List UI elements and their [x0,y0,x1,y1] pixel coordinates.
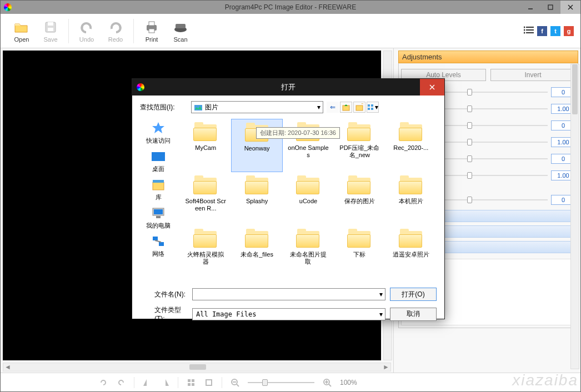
svg-rect-45 [156,216,161,218]
svg-rect-41 [153,182,164,190]
file-item[interactable]: MyCam [180,119,231,172]
sidebar-computer[interactable]: 我的电脑 [140,204,177,232]
app-title: Program4Pc PC Image Editor - FREEWARE [225,3,356,11]
file-item[interactable]: 未命名_files [231,225,282,279]
svg-point-15 [524,27,525,28]
back-button[interactable]: ⇐ [327,102,339,113]
file-item[interactable]: PDF压缩_未命名_new [334,119,385,172]
file-item[interactable]: 保存的图片 [334,172,385,225]
file-item[interactable]: 未命名图片提取 [283,225,334,279]
file-name: Neonway [244,145,270,152]
file-item[interactable]: uCode [283,172,334,225]
dialog-open-button[interactable]: 打开(O) [390,288,437,301]
file-item[interactable]: 下标 [334,225,385,279]
folder-icon [295,175,322,197]
folder-tooltip: 创建日期: 2020-07-30 16:36 [256,127,340,139]
save-tool[interactable]: Save [36,19,65,43]
scroll-left-icon[interactable]: ◄ [3,363,12,371]
chevron-down-icon: ▾ [317,103,320,111]
filename-label: 文件名(N): [140,290,188,299]
panel-scrollbar[interactable] [570,64,579,369]
rotate-right-icon[interactable] [116,378,126,388]
file-item[interactable]: 本机照片 [385,172,437,225]
undo-icon [79,19,94,35]
main-toolbar: Open Save Undo Redo Print Scan f t g [1,14,580,48]
list-icon[interactable] [524,26,534,36]
sidebar-network[interactable]: 网络 [140,232,177,260]
svg-rect-20 [188,383,191,386]
svg-rect-19 [192,379,194,382]
folder-icon [192,175,219,197]
open-folder-icon [14,19,29,35]
print-tool[interactable]: Print [137,19,166,43]
googleplus-icon[interactable]: g [564,26,574,36]
file-item[interactable]: 逍遥安卓照片 [385,225,437,279]
svg-rect-21 [192,383,194,386]
file-name: MyCam [195,144,216,152]
svg-text:*: * [361,103,364,108]
close-button[interactable] [560,1,580,14]
file-item[interactable]: 火蜂精灵模拟器 [180,225,231,279]
facebook-icon[interactable]: f [537,26,547,36]
svg-rect-36 [368,104,370,107]
sidebar-desktop[interactable]: 桌面 [140,147,177,175]
new-folder-button[interactable]: * [353,102,365,113]
svg-rect-9 [149,29,154,33]
undo-tool[interactable]: Undo [72,19,101,43]
file-name: Splashy [246,198,268,205]
folder-icon [398,175,424,197]
app-icon [4,3,12,11]
twitter-icon[interactable]: t [550,26,560,36]
folder-icon [244,175,271,197]
svg-rect-18 [188,379,191,382]
zoom-slider[interactable] [248,382,314,383]
actual-icon[interactable] [204,378,214,388]
file-item[interactable]: Splashy [231,172,282,225]
status-bar: 100% [1,373,580,391]
look-in-combo[interactable]: 图片 ▾ [191,101,323,113]
sidebar-quick-access[interactable]: 快速访问 [140,119,177,147]
minimize-button[interactable] [520,1,540,14]
svg-point-17 [524,32,525,34]
network-icon [150,234,167,249]
rotate-left-icon[interactable] [98,378,108,388]
adjustments-header[interactable]: Adjustments [398,51,578,63]
file-item[interactable]: Rec_2020-... [385,119,437,172]
scan-label: Scan [173,36,187,43]
maximize-button[interactable] [540,1,560,14]
zoom-in-icon[interactable] [322,378,332,388]
file-list[interactable]: MyCam Neonway onOne Samples PDF压缩_未命名_ne… [180,119,437,283]
dialog-sidebar: 快速访问 桌面 库 我的电脑 网络 [140,119,177,283]
scan-tool[interactable]: Scan [166,19,195,43]
svg-rect-37 [371,104,373,107]
svg-rect-40 [152,152,165,161]
svg-rect-5 [48,22,53,26]
computer-icon [150,206,167,220]
view-menu-button[interactable]: ▾ [367,102,379,113]
filetype-combo[interactable]: All Image Files▾ [192,308,385,320]
sidebar-libraries[interactable]: 库 [140,175,177,204]
scroll-right-icon[interactable]: ► [382,363,390,371]
dialog-titlebar[interactable]: 打开 [132,79,444,96]
canvas-horizontal-scrollbar[interactable]: ◄ ► [3,363,391,371]
redo-tool[interactable]: Redo [101,19,130,43]
flip-v-icon[interactable] [160,378,170,388]
folder-icon [295,229,322,250]
svg-line-24 [237,384,239,386]
filename-input[interactable]: ▾ [192,288,385,300]
up-button[interactable] [340,102,352,113]
svg-rect-1 [548,5,553,9]
zoom-out-icon[interactable] [230,378,240,388]
fit-icon[interactable] [186,378,196,388]
open-tool[interactable]: Open [7,19,36,43]
dialog-close-button[interactable] [420,79,444,96]
dialog-cancel-button[interactable]: 取消 [390,308,437,321]
invert-button[interactable]: Invert [490,69,575,81]
redo-icon [108,19,123,35]
svg-rect-32 [194,105,202,110]
folder-icon [346,122,373,143]
flip-h-icon[interactable] [142,378,152,388]
file-name: onOne Samples [287,144,329,159]
file-item[interactable]: Soft4Boost Screen R... [180,172,231,225]
scroll-thumb[interactable] [189,364,206,370]
